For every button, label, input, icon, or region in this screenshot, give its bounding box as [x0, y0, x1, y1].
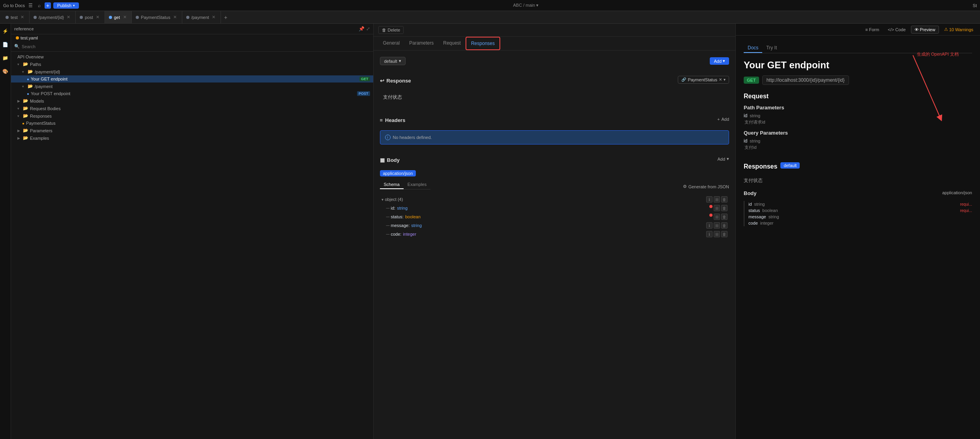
- examples-tab[interactable]: Examples: [404, 180, 430, 189]
- new-tab-icon[interactable]: +: [45, 2, 51, 9]
- files-icon-btn[interactable]: 📁: [1, 54, 10, 62]
- add-response-button[interactable]: Add ▾: [710, 57, 729, 65]
- folder-icon-parameters: 📂: [23, 128, 28, 133]
- path-param-type: string: [750, 113, 760, 118]
- styles-icon-btn[interactable]: 🎨: [1, 67, 10, 76]
- schema-docs-code-name: code: [748, 221, 758, 225]
- payment-status-label: PaymentStatus: [26, 121, 56, 126]
- info-icon: i: [385, 135, 391, 140]
- payment-id-arrow: ▾: [22, 70, 26, 74]
- schema-message-type: string: [411, 223, 422, 228]
- response-text-input[interactable]: 支付状态: [380, 91, 729, 110]
- search-input[interactable]: [22, 44, 370, 49]
- headers-section-title: ≡ Headers: [380, 117, 406, 123]
- tab-close-payment-status[interactable]: ✕: [172, 15, 178, 20]
- schema-code-delete[interactable]: 🗑: [721, 231, 728, 237]
- tab-parameters[interactable]: Parameters: [404, 37, 438, 50]
- code-tab-button[interactable]: </> Code: [884, 26, 909, 34]
- menu-icon[interactable]: ☰: [27, 2, 34, 9]
- sidebar-item-request-bodies[interactable]: ▾ 📂 Request Bodies: [11, 105, 373, 112]
- sidebar-item-get-endpoint[interactable]: ● Your GET endpoint GET: [11, 75, 373, 83]
- schema-id-row: — id: string ⊞ 🗑: [380, 204, 729, 212]
- tab-payment-id[interactable]: /payment/{id} ✕: [30, 11, 76, 24]
- go-to-docs-button[interactable]: Go to Docs: [3, 3, 25, 8]
- tab-general[interactable]: General: [378, 37, 405, 50]
- schema-delete-btn[interactable]: 🗑: [721, 196, 728, 203]
- sidebar: reference 📌 ⤢ test.yaml 🔍 API Overview ▾…: [11, 24, 374, 439]
- user-avatar[interactable]: St: [973, 3, 977, 8]
- schema-message-copy[interactable]: ⊞: [714, 222, 720, 229]
- schema-docs-id-type: string: [754, 202, 765, 206]
- parameters-label: Parameters: [30, 128, 52, 133]
- tab-close-test[interactable]: ✕: [20, 15, 25, 20]
- sidebar-item-post-endpoint[interactable]: ● Your POST endpoint POST: [11, 90, 373, 97]
- add-tab-button[interactable]: +: [221, 14, 230, 21]
- folder-icon-models: 📂: [23, 98, 28, 103]
- tab-close-post[interactable]: ✕: [95, 15, 101, 20]
- add-body-button[interactable]: Add ▾: [717, 156, 729, 161]
- schema-status-dash: —: [386, 215, 389, 219]
- sidebar-item-payment-id[interactable]: ▾ 📂 /payment/{id}: [11, 68, 373, 75]
- type-arrow[interactable]: ▾: [724, 77, 726, 82]
- tab-close-payment-id[interactable]: ✕: [66, 15, 71, 20]
- type-close[interactable]: ✕: [719, 77, 722, 82]
- sidebar-item-models[interactable]: ▶ 📂 Models: [11, 97, 373, 105]
- generate-from-json-button[interactable]: ⚙ Generate from JSON: [683, 184, 729, 189]
- delete-button[interactable]: 🗑 Delete: [378, 26, 404, 34]
- schema-copy-btn[interactable]: ⊞: [714, 196, 720, 203]
- schema-status-row: — status: boolean ⊞ 🗑: [380, 212, 729, 221]
- schema-code-info[interactable]: ℹ: [706, 231, 713, 237]
- tab-close-get[interactable]: ✕: [122, 15, 127, 20]
- response-type-selector[interactable]: 🔗 PaymentStatus ✕ ▾: [678, 76, 729, 84]
- sidebar-item-paths[interactable]: ▾ 📂 Paths: [11, 60, 373, 68]
- search-icon[interactable]: ⌕: [36, 2, 42, 9]
- sidebar-item-api-overview[interactable]: API Overview: [11, 53, 373, 60]
- path-param-id: id string 支付请求id: [744, 113, 972, 125]
- sidebar-item-examples[interactable]: ▶ 📂 Examples: [11, 134, 373, 142]
- sidebar-item-parameters[interactable]: ▶ 📂 Parameters: [11, 127, 373, 134]
- add-header-button[interactable]: + Add: [717, 117, 729, 122]
- sidebar-expand-icon[interactable]: ⤢: [366, 26, 370, 32]
- right-panel-content: Docs Try It Your GET endpoint GET http:/…: [736, 36, 980, 439]
- sidebar-item-payment[interactable]: ▾ 📂 /payment: [11, 83, 373, 90]
- schema-info-btn[interactable]: ℹ: [706, 196, 713, 203]
- schema-docs-code-type: integer: [760, 221, 774, 225]
- tab-payment-status[interactable]: PaymentStatus ✕: [132, 11, 182, 24]
- tab-request[interactable]: Request: [438, 37, 466, 50]
- sidebar-file-test[interactable]: test.yaml: [11, 34, 373, 41]
- models-arrow: ▶: [17, 99, 21, 103]
- tab-payment[interactable]: /payment ✕: [182, 11, 221, 24]
- schema-message-info[interactable]: ℹ: [706, 222, 713, 229]
- default-badge[interactable]: default ▾: [380, 57, 406, 65]
- schema-root-arrow: ▾: [382, 197, 383, 202]
- schema-message-actions: ℹ ⊞ 🗑: [706, 222, 728, 229]
- main-area: ⚡ 📄 📁 🎨 reference 📌 ⤢ test.yaml 🔍 API: [0, 24, 980, 439]
- publish-button[interactable]: Publish ▾: [53, 2, 79, 9]
- schema-id-delete[interactable]: 🗑: [721, 205, 728, 211]
- schema-code-copy[interactable]: ⊞: [714, 231, 720, 237]
- tab-test[interactable]: test ✕: [2, 11, 30, 24]
- docs-icon-btn[interactable]: 📄: [1, 40, 10, 49]
- tab-responses[interactable]: Responses: [466, 37, 500, 50]
- schema-status-delete[interactable]: 🗑: [721, 214, 728, 220]
- apis-icon-btn[interactable]: ⚡: [1, 27, 10, 36]
- tab-close-payment[interactable]: ✕: [211, 15, 217, 20]
- body-type-badge[interactable]: application/json: [380, 170, 416, 176]
- schema-tab[interactable]: Schema: [380, 180, 404, 189]
- form-tab-button[interactable]: ≡ Form: [862, 26, 883, 34]
- schema-message-delete[interactable]: 🗑: [721, 222, 728, 229]
- generate-label: Generate from JSON: [688, 184, 729, 189]
- preview-tab-button[interactable]: 👁 Preview: [911, 26, 939, 34]
- schema-status-copy[interactable]: ⊞: [714, 214, 720, 220]
- sidebar-item-responses[interactable]: ▾ 📂 Responses: [11, 112, 373, 120]
- tab-post[interactable]: post ✕: [76, 11, 105, 24]
- sidebar-pin-icon[interactable]: 📌: [359, 26, 365, 32]
- warnings-button[interactable]: ⚠ 10 Warnings: [941, 25, 977, 34]
- try-it-tab[interactable]: Try It: [762, 43, 781, 53]
- docs-tab[interactable]: Docs: [744, 43, 762, 53]
- schema-root-row: ▾ object (4) ℹ ⊞ 🗑: [380, 195, 729, 204]
- schema-id-copy[interactable]: ⊞: [714, 205, 720, 211]
- body-section: ▦ Body Add ▾ application/json Schema Exa…: [380, 151, 729, 238]
- tab-get[interactable]: get ✕: [105, 11, 132, 24]
- sidebar-item-payment-status[interactable]: ● PaymentStatus: [11, 120, 373, 127]
